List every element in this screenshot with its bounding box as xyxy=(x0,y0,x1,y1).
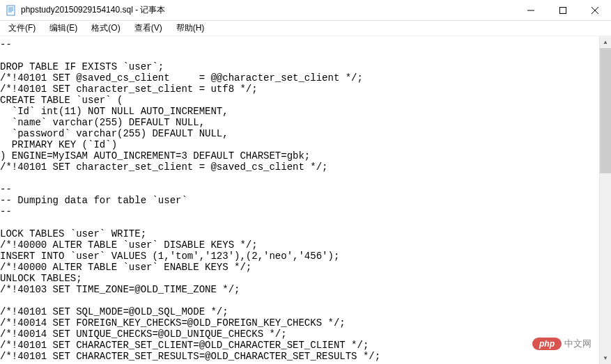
window-title: phpstudy20150929154140.sql - 记事本 xyxy=(21,4,515,16)
scroll-thumb[interactable] xyxy=(600,48,611,173)
close-button[interactable] xyxy=(579,0,611,20)
watermark: php 中文网 xyxy=(532,338,591,350)
menu-edit[interactable]: 编辑(E) xyxy=(42,21,84,35)
vertical-scrollbar[interactable]: ▲ ▼ xyxy=(599,36,611,364)
menubar: 文件(F) 编辑(E) 格式(O) 查看(V) 帮助(H) xyxy=(0,21,611,36)
notepad-icon xyxy=(6,5,17,16)
text-content[interactable]: -- DROP TABLE IF EXISTS `user`; /*!40101… xyxy=(0,36,599,364)
scroll-down-arrow[interactable]: ▼ xyxy=(600,352,611,364)
menu-view[interactable]: 查看(V) xyxy=(127,21,169,35)
minimize-button[interactable] xyxy=(515,0,547,20)
scroll-up-arrow[interactable]: ▲ xyxy=(600,36,611,48)
titlebar: phpstudy20150929154140.sql - 记事本 xyxy=(0,0,611,21)
menu-format[interactable]: 格式(O) xyxy=(84,21,127,35)
menu-help[interactable]: 帮助(H) xyxy=(169,21,212,35)
watermark-text: 中文网 xyxy=(564,338,591,350)
maximize-button[interactable] xyxy=(547,0,579,20)
menu-file[interactable]: 文件(F) xyxy=(1,21,42,35)
svg-rect-6 xyxy=(560,7,566,13)
watermark-badge: php xyxy=(532,338,562,350)
window-controls xyxy=(515,0,611,20)
editor-area: -- DROP TABLE IF EXISTS `user`; /*!40101… xyxy=(0,36,611,364)
